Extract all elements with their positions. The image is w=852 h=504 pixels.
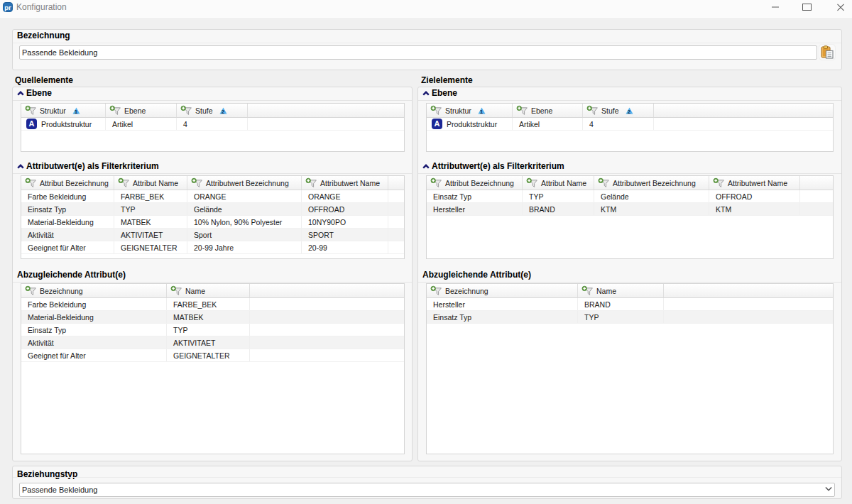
svg-text:1: 1 [75,108,78,114]
svg-text:2: 2 [627,108,630,114]
svg-text:1: 1 [480,108,484,114]
svg-text:2: 2 [221,108,224,114]
